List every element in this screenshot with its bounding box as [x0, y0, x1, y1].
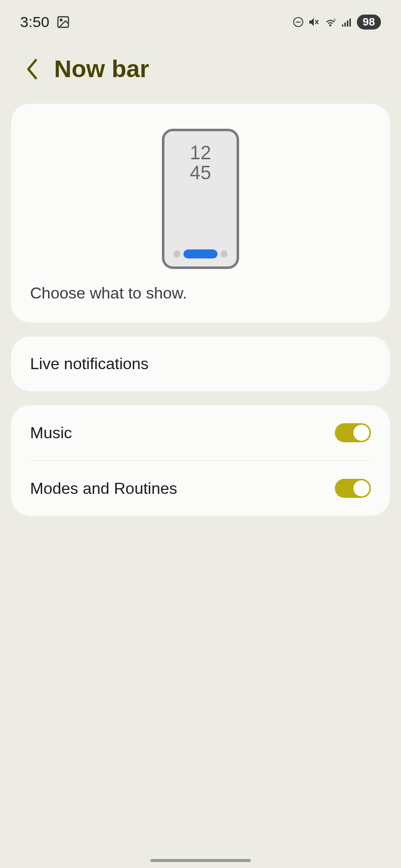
- status-left: 3:50: [20, 14, 70, 31]
- svg-rect-7: [342, 25, 343, 27]
- gesture-bar[interactable]: [150, 859, 251, 862]
- toggle-modes-routines[interactable]: [335, 479, 371, 498]
- clock-line1: 12: [190, 143, 211, 163]
- row-modes-routines[interactable]: Modes and Routines: [11, 461, 390, 516]
- svg-text:6: 6: [333, 18, 335, 22]
- dnd-icon: [293, 17, 304, 28]
- section-toggles: Music Modes and Routines: [11, 405, 390, 516]
- row-music[interactable]: Music: [11, 405, 390, 460]
- image-icon: [56, 15, 70, 29]
- clock-line2: 45: [190, 163, 211, 183]
- phone-now-bar-pill: [183, 249, 218, 258]
- phone-dot-left: [173, 250, 180, 257]
- svg-rect-9: [347, 21, 348, 27]
- row-live-notifications[interactable]: Live notifications: [11, 337, 390, 391]
- toggle-knob: [353, 425, 369, 441]
- section-live-notifications: Live notifications: [11, 337, 390, 391]
- phone-preview-clock: 12 45: [190, 143, 211, 183]
- phone-dot-right: [221, 250, 228, 257]
- page-header: Now bar: [0, 35, 401, 98]
- label-live-notifications: Live notifications: [30, 355, 149, 373]
- label-music: Music: [30, 424, 72, 442]
- svg-rect-8: [344, 23, 346, 27]
- page-title: Now bar: [54, 55, 149, 83]
- back-icon[interactable]: [25, 59, 39, 80]
- label-modes-routines: Modes and Routines: [30, 479, 177, 498]
- wifi-icon: 6: [324, 17, 337, 28]
- phone-preview-bottom: [164, 249, 237, 258]
- preview-card: 12 45 Choose what to show.: [11, 104, 390, 323]
- mute-vibrate-icon: [308, 16, 320, 28]
- signal-icon: [341, 17, 353, 28]
- svg-rect-10: [349, 19, 351, 27]
- status-time: 3:50: [20, 14, 49, 31]
- battery-level: 98: [357, 15, 381, 30]
- status-right: 6 98: [293, 15, 381, 30]
- svg-point-1: [61, 19, 63, 21]
- toggle-knob: [353, 480, 369, 496]
- phone-preview: 12 45: [162, 129, 239, 269]
- toggle-music[interactable]: [335, 423, 371, 442]
- status-bar: 3:50 6 98: [0, 0, 401, 35]
- preview-description: Choose what to show.: [30, 284, 371, 303]
